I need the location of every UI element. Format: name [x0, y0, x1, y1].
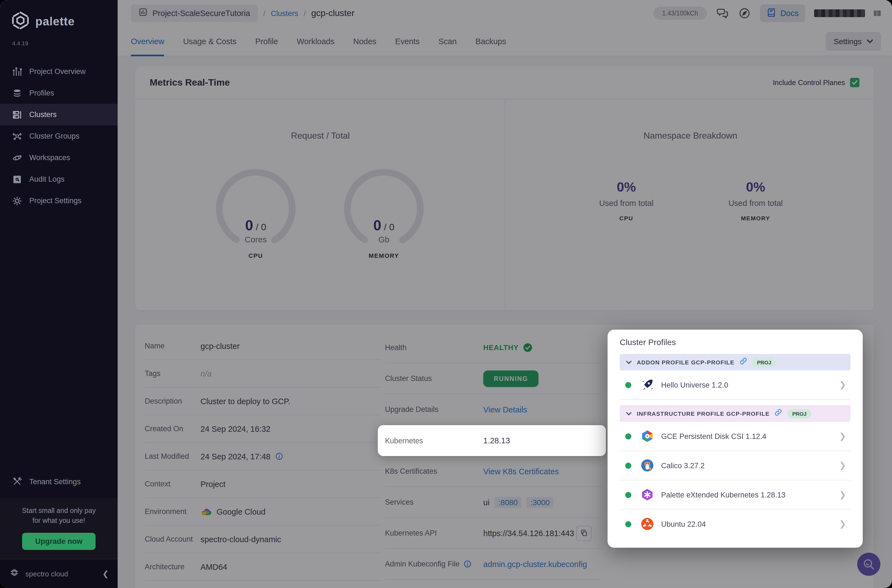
chevron-right-icon: ❯: [839, 380, 846, 390]
chevron-down-icon: [626, 412, 632, 416]
sidebar-item-audit-logs[interactable]: Audit Logs: [0, 168, 118, 190]
app-version: 4.4.19: [0, 32, 118, 46]
infrastructure-profile-section-header[interactable]: INFRASTRUCTURE PROFILE GCP-PROFILE PROJ: [620, 405, 851, 422]
link-icon: [739, 357, 747, 367]
kubernetes-version-spotlight: Kubernetes 1.28.13: [378, 425, 606, 456]
sidebar-item-project-overview[interactable]: Project Overview: [0, 61, 118, 82]
profile-item-gce-disk[interactable]: GCE Persistent Disk CSI 1.12.4 ❯: [620, 422, 851, 451]
doc-search-icon: [12, 174, 22, 184]
ubuntu-logo: [641, 518, 654, 531]
link-icon: [775, 409, 782, 418]
calico-logo: [641, 459, 654, 472]
cluster-profiles-title: Cluster Profiles: [620, 338, 851, 347]
chevron-right-icon: ❯: [839, 490, 846, 500]
brand-bar: spectro cloud ❮: [0, 559, 118, 588]
spectro-cloud-logo-icon: [9, 567, 20, 580]
palette-app: palette 4.4.19 Project Overview Profiles…: [0, 0, 892, 588]
sidebar-item-profiles[interactable]: Profiles: [0, 82, 118, 104]
pxk-logo: [641, 488, 654, 501]
chart-bars-icon: [12, 66, 22, 76]
status-dot: [625, 382, 631, 388]
gear-icon: [12, 196, 22, 206]
upgrade-now-button[interactable]: Upgrade now: [22, 533, 96, 550]
sidebar: palette 4.4.19 Project Overview Profiles…: [0, 0, 118, 588]
sidebar-collapse-chevron-icon[interactable]: ❮: [102, 569, 109, 578]
addon-profile-section-header[interactable]: ADDON PROFILE GCP-PROFILE PROJ: [620, 354, 851, 370]
brand-name: spectro cloud: [26, 570, 97, 578]
palette-logo: palette: [0, 0, 118, 32]
kubernetes-label: Kubernetes: [385, 436, 483, 445]
sidebar-bottom: Tenant Settings Start small and only pay…: [0, 471, 118, 588]
layers-stack-icon: [12, 88, 22, 98]
chevron-down-icon: [626, 360, 632, 364]
chevron-right-icon: ❯: [839, 431, 846, 441]
sidebar-item-clusters[interactable]: Clusters: [0, 104, 118, 125]
cluster-list-icon: [12, 110, 22, 120]
logo-wordmark: palette: [35, 15, 75, 28]
network-nodes-icon: [12, 131, 22, 141]
hello-universe-logo: [641, 378, 654, 392]
profile-item-palette-extended-kubernetes[interactable]: Palette eXtended Kubernetes 1.28.13 ❯: [620, 480, 851, 510]
proj-scope-badge: PROJ: [787, 409, 812, 418]
sidebar-item-cluster-groups[interactable]: Cluster Groups: [0, 125, 118, 147]
palette-logo-icon: [11, 11, 30, 32]
kubernetes-version-value: 1.28.13: [483, 436, 510, 445]
sidebar-item-workspaces[interactable]: Workspaces: [0, 147, 118, 168]
upgrade-promo: Start small and only pay for what you us…: [0, 498, 118, 559]
proj-scope-badge: PROJ: [752, 357, 776, 367]
cluster-profiles-panel: Cluster Profiles ADDON PROFILE GCP-PROFI…: [608, 330, 863, 548]
profile-item-hello-universe[interactable]: Hello Universe 1.2.0 ❯: [620, 370, 851, 400]
app-window: palette 4.4.19 Project Overview Profiles…: [0, 0, 892, 588]
sidebar-item-tenant-settings[interactable]: Tenant Settings: [0, 471, 118, 492]
orbit-icon: [12, 153, 22, 163]
status-dot: [625, 462, 631, 468]
status-dot: [625, 492, 631, 498]
status-dot: [625, 433, 631, 439]
chevron-right-icon: ❯: [839, 460, 846, 470]
profile-item-ubuntu[interactable]: Ubuntu 22.04 ❯: [620, 510, 851, 538]
profile-item-calico[interactable]: Calico 3.27.2 ❯: [620, 451, 851, 480]
sidebar-item-project-settings[interactable]: Project Settings: [0, 190, 118, 212]
gce-disk-logo: [641, 429, 654, 443]
promo-text: Start small and only pay for what you us…: [7, 506, 111, 526]
status-dot: [625, 521, 631, 527]
chevron-right-icon: ❯: [839, 519, 846, 529]
sidebar-nav: Project Overview Profiles Clusters Clust…: [0, 61, 118, 212]
tools-icon: [12, 477, 22, 486]
